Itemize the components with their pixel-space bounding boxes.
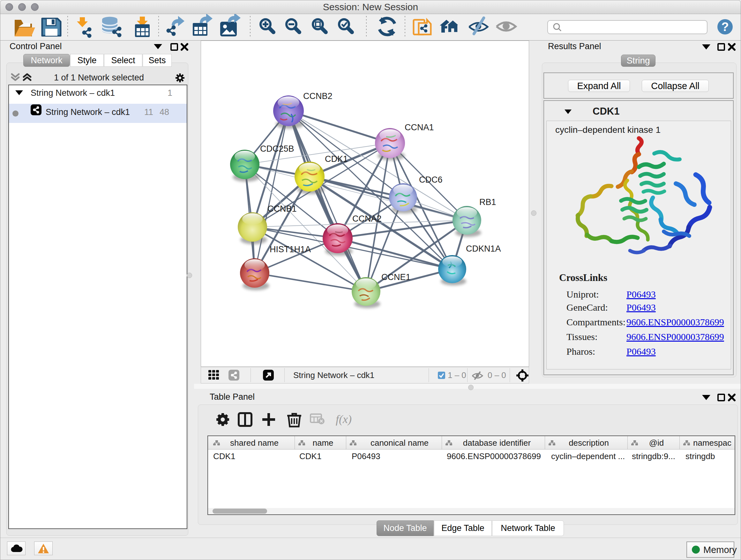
svg-text:CCNA2: CCNA2 [352, 214, 382, 224]
svg-text:0 – 0: 0 – 0 [488, 370, 506, 380]
svg-text:CDC25B: CDC25B [260, 144, 294, 153]
svg-text:HIST1H1A: HIST1H1A [270, 245, 311, 254]
svg-text:CCNB1: CCNB1 [267, 204, 297, 213]
svg-text:?: ? [721, 20, 729, 34]
svg-text:shared name: shared name [230, 438, 279, 448]
svg-text:CDKN1A: CDKN1A [466, 244, 501, 253]
svg-text:CDC6: CDC6 [419, 175, 443, 185]
svg-text:CCNA1: CCNA1 [405, 123, 434, 132]
svg-text:RB1: RB1 [479, 197, 496, 207]
svg-text:canonical name: canonical name [370, 438, 428, 448]
svg-text:@id: @id [649, 438, 664, 448]
svg-text:namespac: namespac [693, 438, 731, 448]
svg-text:CCNB2: CCNB2 [303, 91, 333, 101]
svg-text:String Network – cdk1: String Network – cdk1 [293, 370, 374, 380]
svg-text:f(x): f(x) [336, 413, 352, 426]
svg-text:name: name [313, 438, 333, 448]
svg-text:CDK1: CDK1 [325, 154, 348, 164]
svg-text:database identifier: database identifier [463, 438, 531, 448]
svg-text:CCNE1: CCNE1 [381, 272, 411, 282]
svg-text:1 – 0: 1 – 0 [448, 370, 466, 380]
svg-text:description: description [569, 438, 609, 448]
